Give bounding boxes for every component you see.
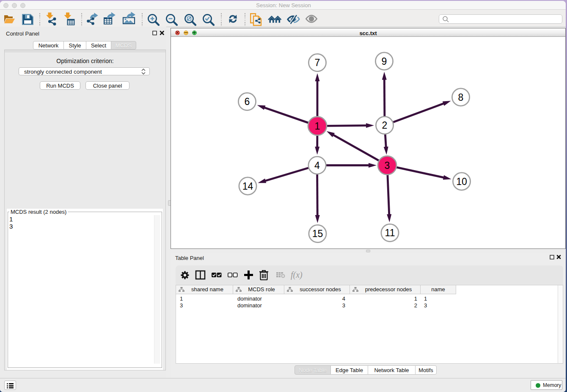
svg-text:6: 6: [245, 96, 250, 107]
svg-text:4: 4: [314, 160, 320, 171]
svg-text:1: 1: [315, 121, 320, 132]
svg-text:14: 14: [242, 181, 253, 192]
svg-text:8: 8: [458, 92, 464, 103]
svg-text:11: 11: [385, 227, 395, 238]
svg-text:10: 10: [456, 176, 467, 187]
svg-text:3: 3: [385, 160, 390, 171]
svg-text:2: 2: [382, 120, 388, 131]
svg-text:f(x): f(x): [291, 270, 303, 280]
svg-text:15: 15: [312, 228, 323, 239]
svg-text:9: 9: [382, 56, 387, 67]
svg-text:7: 7: [315, 57, 320, 68]
